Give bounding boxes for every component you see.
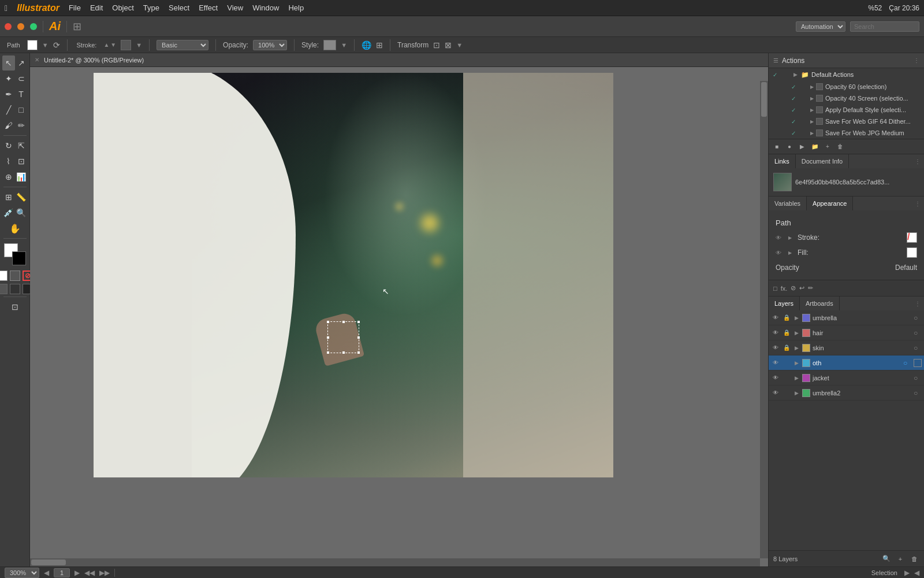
hair-lock-icon[interactable]: 🔒 <box>783 329 791 336</box>
ruler-tool[interactable]: 📏 <box>15 190 28 205</box>
menu-help[interactable]: Help <box>288 3 304 12</box>
type-tool[interactable]: T <box>15 87 28 102</box>
action-item-4[interactable]: ✓ ▶ Save For Web JPG Medium <box>769 127 924 139</box>
layer-row-skin[interactable]: 👁 🔒 ▶ skin ○ <box>769 340 924 355</box>
handle-tl[interactable] <box>327 321 329 323</box>
transform-icon[interactable]: ⊡ <box>433 40 440 50</box>
layer-row-oth[interactable]: 👁 🔓 ▶ oth ○ <box>769 355 924 370</box>
action-expand-1[interactable]: ▶ <box>810 96 814 101</box>
tab-links[interactable]: Links <box>769 154 796 168</box>
fill-color-swatch-panel[interactable] <box>907 247 917 258</box>
canvas-image[interactable]: ↖ <box>94 73 613 477</box>
appear-trash-btn[interactable]: ✏ <box>808 284 813 292</box>
zoom-next-btn[interactable]: ▶ <box>74 569 80 577</box>
actions-folder[interactable]: ✓ ▶ 📁 Default Actions <box>769 68 924 81</box>
stroke-expand-icon[interactable]: ▶ <box>788 235 794 240</box>
stroke-swatch[interactable] <box>121 40 131 50</box>
minimize-button[interactable] <box>17 23 24 30</box>
appear-reset-btn[interactable]: ↩ <box>799 284 804 292</box>
oth-expand-icon[interactable]: ▶ <box>793 360 800 366</box>
opacity-select[interactable]: 100% <box>253 40 287 50</box>
maximize-button[interactable] <box>30 23 37 30</box>
zoom-select[interactable]: 300% <box>5 568 39 578</box>
umbrella2-lock-icon[interactable]: 🔓 <box>783 390 791 396</box>
stroke-color-swatch[interactable]: / <box>907 232 917 243</box>
page-prev-btn[interactable]: ◀◀ <box>84 569 95 577</box>
menu-file[interactable]: File <box>69 3 81 12</box>
transform2-icon[interactable]: ⊠ <box>445 40 452 50</box>
close-button[interactable] <box>5 23 12 30</box>
canvas-content[interactable]: ↖ <box>30 67 768 566</box>
menu-type[interactable]: Type <box>143 3 159 12</box>
handle-tm[interactable] <box>342 321 345 323</box>
layers-new-layer-btn[interactable]: + <box>895 555 906 562</box>
jacket-lock-icon[interactable]: 🔓 <box>783 375 791 381</box>
stroke-arrow[interactable]: ▼ <box>136 42 142 49</box>
skin-visibility-icon[interactable]: 👁 <box>771 344 780 351</box>
menu-object[interactable]: Object <box>112 3 134 12</box>
hand-tool[interactable]: ✋ <box>2 221 28 236</box>
horizontal-scrollbar[interactable] <box>30 558 760 566</box>
jacket-target-icon[interactable]: ○ <box>914 374 922 382</box>
skin-target-icon[interactable]: ○ <box>914 344 922 352</box>
line-tool[interactable]: ╱ <box>2 102 15 117</box>
umbrella-expand-icon[interactable]: ▶ <box>793 315 800 321</box>
selection-tool[interactable]: ↖ <box>2 55 15 71</box>
transform-arrow[interactable]: ▼ <box>456 42 463 49</box>
apple-menu[interactable]:  <box>5 3 8 13</box>
mode-play-btn[interactable]: ▶ <box>904 569 910 577</box>
gradient-mode[interactable] <box>10 284 20 294</box>
appear-add-stroke-btn[interactable]: □ <box>773 285 777 292</box>
rect-tool[interactable]: □ <box>15 102 28 117</box>
oth-target-icon[interactable]: ○ <box>903 359 911 367</box>
vertical-scrollbar[interactable] <box>760 81 768 558</box>
stroke-type-select[interactable]: Basic <box>157 40 208 50</box>
hair-target-icon[interactable]: ○ <box>914 329 922 337</box>
layers-search-btn[interactable]: 🔍 <box>881 555 892 562</box>
actions-delete-btn[interactable]: 🗑 <box>836 142 845 151</box>
appear-mask-btn[interactable]: ⊘ <box>791 284 796 292</box>
vscroll-thumb[interactable] <box>761 82 767 117</box>
handle-bl[interactable] <box>327 351 329 354</box>
warp-tool[interactable]: ⌇ <box>2 154 15 169</box>
appear-fx-btn[interactable]: fx. <box>781 285 788 292</box>
skin-expand-icon[interactable]: ▶ <box>793 345 800 351</box>
fill-visibility-icon[interactable]: 👁 <box>776 250 785 256</box>
handle-br[interactable] <box>357 351 360 354</box>
umbrella-target-icon[interactable]: ○ <box>914 314 922 322</box>
umbrella-visibility-icon[interactable]: 👁 <box>771 314 780 321</box>
menu-view[interactable]: View <box>227 3 243 12</box>
free-transform[interactable]: ⊡ <box>15 154 28 169</box>
handle-ml[interactable] <box>327 336 329 339</box>
lasso-tool[interactable]: ⊂ <box>15 71 28 86</box>
appearance-menu-icon[interactable]: ⋮ <box>915 201 921 207</box>
handle-mr[interactable] <box>357 336 360 339</box>
jacket-visibility-icon[interactable]: 👁 <box>771 375 780 381</box>
actions-new-action-btn[interactable]: + <box>823 142 832 151</box>
folder-expand-icon[interactable]: ▶ <box>792 72 799 77</box>
hair-expand-icon[interactable]: ▶ <box>793 330 800 336</box>
style-arrow[interactable]: ▼ <box>341 42 347 49</box>
stroke-up[interactable]: ▲ <box>103 42 109 48</box>
fill-box[interactable] <box>0 271 8 281</box>
actions-play-btn[interactable]: ▶ <box>798 142 807 151</box>
tab-document-info[interactable]: Document Info <box>796 154 850 168</box>
zoom-tool[interactable]: 🔍 <box>15 205 28 220</box>
layers-menu-icon[interactable]: ⋮ <box>915 301 921 307</box>
zoom-prev-btn[interactable]: ◀ <box>44 569 49 577</box>
tab-artboards[interactable]: Artboards <box>800 297 840 310</box>
oth-visibility-icon[interactable]: 👁 <box>771 360 780 366</box>
tab-close-button[interactable]: ✕ <box>35 57 39 63</box>
direct-selection-tool[interactable]: ↗ <box>15 55 28 71</box>
handle-tr[interactable] <box>357 321 360 323</box>
eyedropper-tool[interactable]: 💉 <box>2 205 15 220</box>
tab-variables[interactable]: Variables <box>769 197 807 210</box>
fill-expand-icon[interactable]: ▶ <box>788 250 794 255</box>
layer-row-jacket[interactable]: 👁 🔓 ▶ jacket ○ <box>769 370 924 386</box>
select-tool-icon[interactable]: ⟳ <box>53 40 60 50</box>
page-number-input[interactable] <box>54 568 70 577</box>
pen-tool[interactable]: ✒ <box>2 87 15 102</box>
action-expand-4[interactable]: ▶ <box>810 131 814 136</box>
layout-selector[interactable]: ⊞ <box>73 20 81 33</box>
hscroll-thumb[interactable] <box>31 560 66 565</box>
